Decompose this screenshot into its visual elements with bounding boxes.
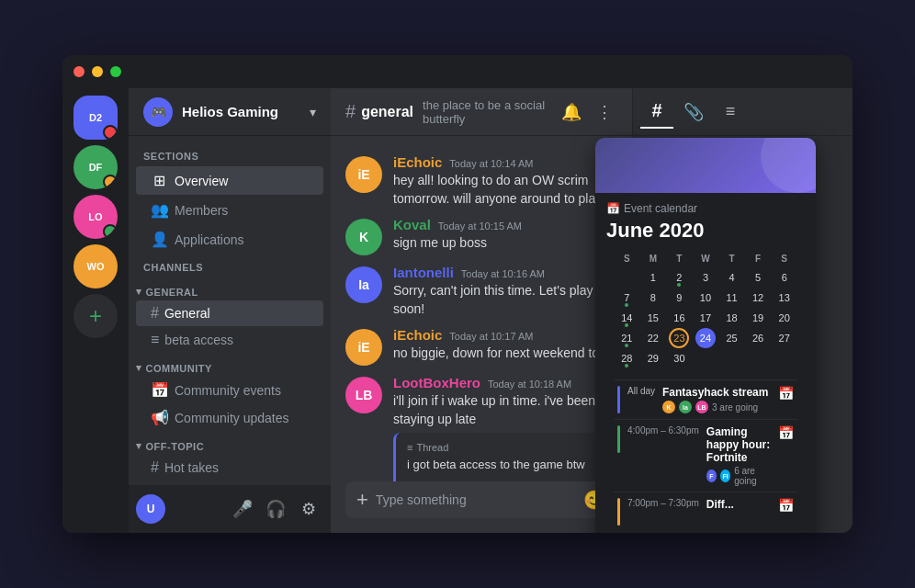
category-community-label: Community: [146, 363, 212, 374]
members-icon: 👥: [151, 201, 167, 219]
category-offtopic[interactable]: ▾ Off-topic: [129, 435, 331, 454]
channel-general[interactable]: # General: [136, 300, 323, 326]
panel-header: # 📎 ≡: [633, 88, 853, 136]
sections-label: Sections: [129, 143, 331, 165]
minimize-button[interactable]: [92, 66, 103, 77]
header-actions: 🔔 ⋮: [559, 99, 617, 125]
server-icon-df[interactable]: DF: [73, 145, 118, 189]
server-name: Helios Gaming: [182, 104, 300, 119]
server-icon-wo[interactable]: WO: [73, 244, 118, 288]
calendar-date[interactable]: 9: [669, 288, 689, 308]
event-calendar-icon[interactable]: 📅: [778, 425, 794, 440]
calendar-date[interactable]: 7: [632, 288, 637, 308]
settings-button[interactable]: ⚙: [294, 494, 323, 524]
avatar: F: [706, 469, 717, 482]
sidebar-item-members[interactable]: 👥 Members: [136, 196, 323, 224]
calendar-date[interactable]: 8: [643, 288, 663, 308]
calendar-date[interactable]: 3: [695, 267, 716, 288]
event-item: All day Fantasyhack stream K Ia LB 3 are…: [632, 379, 797, 419]
server-icon-d2[interactable]: D2: [73, 96, 118, 140]
calendar-date[interactable]: 19: [748, 308, 768, 328]
calendar-date[interactable]: 14: [632, 308, 637, 328]
channel-community-updates[interactable]: 📢 Community updates: [136, 404, 323, 431]
event-count: 3 are going: [712, 402, 758, 413]
chat-title: # general the place to be a social butte…: [345, 98, 551, 126]
calendar-date[interactable]: 12: [748, 288, 768, 308]
message-text: sign me up boss: [393, 234, 617, 253]
category-general[interactable]: ▾ General: [129, 280, 331, 300]
category-community[interactable]: ▾ Community: [129, 356, 331, 376]
message-header: Koval Today at 10:15 AM: [393, 217, 617, 232]
calendar-date[interactable]: 30: [669, 348, 689, 368]
user-avatar[interactable]: U: [136, 494, 165, 524]
calendar-date[interactable]: 24: [695, 328, 716, 348]
calendar-date[interactable]: 10: [695, 288, 716, 308]
calendar-date[interactable]: 26: [748, 328, 768, 348]
calendar-date[interactable]: 15: [643, 308, 663, 328]
headset-button[interactable]: 🎧: [261, 494, 290, 524]
sidebar-item-applications[interactable]: 👤 Applications: [136, 225, 323, 254]
calendar-date[interactable]: 17: [695, 308, 716, 328]
message-header: iEchoic Today at 10:14 AM: [393, 154, 617, 170]
message-time: Today at 10:17 AM: [449, 331, 533, 342]
calendar-date[interactable]: 11: [722, 288, 742, 308]
day-label: T: [718, 254, 745, 264]
channel-beta-access[interactable]: ≡ beta access: [136, 327, 323, 353]
tab-search[interactable]: ≡: [714, 96, 747, 129]
sidebar-label-applications: Applications: [175, 232, 244, 247]
add-server-button[interactable]: +: [73, 294, 118, 338]
server-icon-lo[interactable]: LO: [73, 195, 118, 239]
event-calendar-icon[interactable]: 📅: [778, 386, 794, 401]
mic-button[interactable]: 🎤: [228, 494, 257, 524]
calendar-date[interactable]: 1: [643, 267, 663, 288]
calendar-date[interactable]: 6: [774, 267, 795, 288]
channel-name-community-updates: Community updates: [175, 411, 289, 425]
calendar-date[interactable]: 21: [632, 328, 637, 348]
message-text: i'll join if i wake up in time. i've bee…: [393, 392, 617, 428]
calendar-date[interactable]: 25: [722, 328, 742, 348]
add-attachment-button[interactable]: +: [356, 488, 368, 512]
calendar-date[interactable]: 16: [669, 308, 689, 328]
calendar-date[interactable]: 20: [774, 308, 795, 328]
calendar-date[interactable]: 23: [669, 328, 689, 348]
message-input[interactable]: [376, 481, 576, 518]
calendar-date[interactable]: 2: [669, 267, 689, 288]
calendar-date[interactable]: 29: [643, 348, 663, 368]
hash-icon: #: [151, 305, 159, 322]
event-info: Gaming happy hour: Fortnite F FI 6 are g…: [706, 425, 771, 486]
channel-hot-takes[interactable]: # Hot takes: [136, 455, 323, 481]
message-text: hey all! looking to do an OW scrim tomor…: [393, 172, 617, 208]
calendar-grid: S M T W T F S 12345678910111213141516171…: [632, 250, 805, 376]
notification-button[interactable]: 🔔: [559, 99, 584, 125]
calendar-date[interactable]: 28: [632, 348, 637, 368]
more-button[interactable]: ⋮: [592, 99, 617, 125]
calendar-date[interactable]: 5: [748, 267, 768, 288]
calendar-date[interactable]: 18: [722, 308, 742, 328]
chat-area: # general the place to be a social butte…: [331, 88, 632, 533]
sidebar-scroll: Sections ⊞ Overview 👥 Members 👤 Applicat…: [129, 136, 331, 485]
server-header[interactable]: 🎮 Helios Gaming ▾: [129, 88, 331, 136]
tab-threads[interactable]: #: [640, 96, 673, 129]
day-label: T: [666, 254, 693, 264]
grid-icon: ⊞: [151, 172, 167, 189]
sidebar-bottom: U 🎤 🎧 ⚙: [129, 485, 331, 533]
close-button[interactable]: [73, 66, 85, 77]
category-offtopic-label: Off-topic: [146, 441, 205, 452]
event-calendar-icon[interactable]: 📅: [778, 498, 794, 513]
thread-label: ≡ Thread: [407, 442, 606, 453]
calendar-date[interactable]: 13: [774, 288, 795, 308]
channel-community-events[interactable]: 📅 Community events: [136, 377, 323, 403]
message-content: Iantonelli Today at 10:16 AM Sorry, can'…: [393, 265, 617, 318]
tab-attachments[interactable]: 📎: [677, 96, 710, 129]
event-item: 4:00pm – 6:30pm Gaming happy hour: Fortn…: [632, 419, 797, 492]
channels-label: Channels: [129, 254, 331, 277]
event-time-col: 7:00pm – 7:30pm: [632, 498, 699, 508]
calendar-date[interactable]: 4: [722, 267, 742, 288]
calendar-icon: 📅: [151, 381, 169, 399]
calendar-date[interactable]: 27: [774, 328, 795, 348]
message-content: iEchoic Today at 10:17 AM no biggie, dow…: [393, 327, 617, 366]
maximize-button[interactable]: [110, 66, 121, 77]
sidebar-item-overview[interactable]: ⊞ Overview: [136, 166, 323, 195]
calendar-date[interactable]: 22: [643, 328, 663, 348]
event-count: 6 are going: [734, 466, 771, 486]
